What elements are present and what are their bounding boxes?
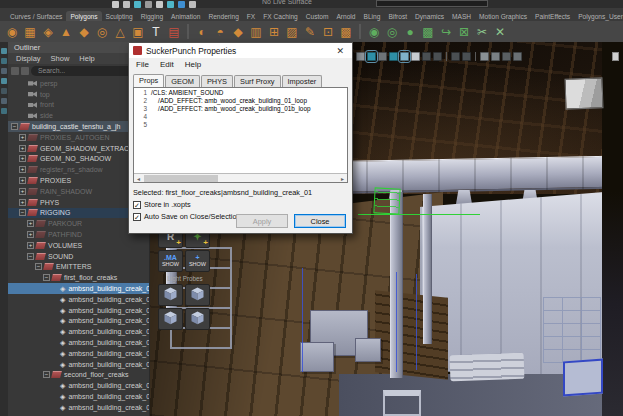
shelf-tab-painteffects[interactable]: PaintEffects [531, 11, 574, 21]
expand-icon[interactable]: + [27, 242, 34, 249]
toolbox-icon[interactable] [1, 68, 7, 74]
dialog-menu-file[interactable]: File [131, 59, 154, 70]
outliner-menu-display[interactable]: Display [16, 54, 41, 63]
separate-icon[interactable]: ▥ [248, 23, 264, 40]
expand-icon[interactable]: + [19, 134, 26, 141]
res-gate-icon[interactable] [480, 52, 489, 61]
dialog-tab-imposter[interactable]: Imposter [282, 75, 323, 87]
lighting-icon[interactable] [367, 52, 376, 61]
toolbox-icon[interactable] [1, 78, 7, 84]
outliner-item-ambsnd-building-creak-08[interactable]: ◈ambsnd_building_creak_08 [8, 359, 149, 370]
curve-warp-icon[interactable]: ↪ [438, 23, 454, 40]
dialog-menu-edit[interactable]: Edit [155, 59, 179, 70]
scrollbar-thumb[interactable] [144, 175, 218, 182]
horizontal-scrollbar[interactable]: ◂ ▸ [134, 173, 347, 182]
expand-icon[interactable]: + [19, 145, 26, 152]
wireframe-icon[interactable] [422, 52, 431, 61]
outliner-menu-help[interactable]: Help [79, 54, 94, 63]
textures-icon[interactable] [400, 52, 409, 61]
outliner-item-ambsnd-building-creak-04[interactable]: ◈ambsnd_building_creak_04 [8, 316, 149, 327]
shaded-icon[interactable] [433, 52, 442, 61]
outliner-item-ambsnd-building-creak-03[interactable]: ◈ambsnd_building_creak_03 [8, 305, 149, 316]
dialog-tab-phys[interactable]: PHYS [201, 75, 233, 87]
dialog-tab-surf-proxy[interactable]: Surf Proxy [234, 75, 281, 87]
poly-cube-icon[interactable]: ▦ [22, 23, 38, 40]
sphere-project-icon[interactable]: ◐ [194, 23, 210, 40]
checkbox[interactable]: ✓ [133, 213, 141, 221]
svg-tool-icon[interactable]: ▤ [166, 23, 182, 40]
extrude-icon[interactable]: ⊞ [266, 23, 282, 40]
shadows-icon[interactable] [378, 52, 387, 61]
status-icon[interactable] [134, 1, 141, 8]
close-button[interactable]: Close [294, 214, 346, 228]
toolbox-icon[interactable] [1, 98, 7, 104]
dialog-titlebar[interactable]: SuckerPunch Properties ✕ [129, 43, 352, 58]
expand-icon[interactable]: + [27, 231, 34, 238]
filter-options-icon[interactable] [21, 67, 29, 75]
light-probe-button[interactable] [158, 284, 183, 306]
boolean-union-icon[interactable]: ◉ [366, 23, 382, 40]
collapse-icon[interactable]: − [35, 263, 42, 270]
outliner-item-emitters[interactable]: −EMITTERS [8, 262, 149, 273]
quad-draw-icon[interactable]: ⊡ [320, 23, 336, 40]
light-probe-button[interactable] [185, 308, 210, 330]
boolean-intersect-icon[interactable]: ● [402, 23, 418, 40]
collapse-icon[interactable]: − [27, 253, 34, 260]
status-icon[interactable] [167, 1, 174, 8]
poly-sphere-icon[interactable]: ◉ [4, 23, 20, 40]
shelf-tab-motion-graphics[interactable]: Motion Graphics [475, 11, 531, 21]
close-icon[interactable]: ✕ [332, 46, 348, 56]
show-plus-button[interactable]: + SHOW [185, 250, 210, 272]
smooth-cube-icon[interactable]: ▩ [420, 23, 436, 40]
status-icon[interactable] [123, 1, 130, 8]
outliner-item-second-floor-creaks[interactable]: −second_floor_creaks [8, 370, 149, 381]
toolbox-icon[interactable] [1, 48, 7, 54]
joints-icon[interactable] [462, 52, 471, 61]
light-probe-button[interactable] [158, 308, 183, 330]
toolbox-icon[interactable] [1, 58, 7, 64]
shelf-tab-bifrost[interactable]: Bifrost [384, 11, 411, 21]
reduce-icon[interactable]: ⊠ [456, 23, 472, 40]
checkbox[interactable]: ✓ [133, 201, 141, 209]
shelf-tab-fx[interactable]: FX [243, 11, 259, 21]
outliner-item-ambsnd-building-creak-01[interactable]: ◈ambsnd_building_creak_01 [8, 380, 149, 391]
outliner-item-first-floor-creaks[interactable]: −first_floor_creaks [8, 272, 149, 283]
status-icon[interactable] [145, 1, 152, 8]
outliner-item-ambsnd-building-creak-05[interactable]: ◈ambsnd_building_creak_05 [8, 326, 149, 337]
collapse-icon[interactable]: − [43, 274, 50, 281]
collapse-icon[interactable]: − [11, 123, 18, 130]
xray-icon[interactable] [451, 52, 460, 61]
ao-icon[interactable] [389, 52, 398, 61]
shelf-tab-dynamics[interactable]: Dynamics [411, 11, 448, 21]
shelf-tab-polygons-user[interactable]: Polygons_User [574, 11, 623, 21]
dialog-tab-geom[interactable]: GEOM [165, 75, 200, 87]
status-icon[interactable] [156, 1, 163, 8]
outliner-menu-show[interactable]: Show [51, 54, 70, 63]
gate-mask-icon[interactable] [491, 52, 500, 61]
delete-tool-icon[interactable]: ✕ [492, 23, 508, 40]
poly-pipe-icon[interactable]: ▣ [130, 23, 146, 40]
sphere-wrap-icon[interactable]: ◓ [212, 23, 228, 40]
outliner-item-ambsnd-building-creak-02[interactable]: ◈ambsnd_building_creak_02 [8, 294, 149, 305]
shelf-tab-curves-surfaces[interactable]: Curves / Surfaces [6, 11, 66, 21]
show-ma-button[interactable]: .MA SHOW [158, 250, 183, 272]
shelf-tab-rigging[interactable]: Rigging [137, 11, 167, 21]
toolbox-icon[interactable] [1, 108, 7, 114]
combine-icon[interactable]: ◆ [230, 23, 246, 40]
filter-icon[interactable] [11, 67, 19, 75]
poly-torus-icon[interactable]: ◎ [94, 23, 110, 40]
collapse-icon[interactable]: − [43, 371, 50, 378]
shelf-tab-animation[interactable]: Animation [167, 11, 204, 21]
shelf-tab-sculpting[interactable]: Sculpting [102, 11, 137, 21]
outliner-item-ambsnd-building-creak-06[interactable]: ◈ambsnd_building_creak_06 [8, 337, 149, 348]
shelf-tab-bling[interactable]: BLing [360, 11, 385, 21]
type-tool-icon[interactable]: T [148, 23, 164, 40]
status-icon[interactable] [189, 1, 196, 8]
shelf-tab-mash[interactable]: MASH [448, 11, 475, 21]
poly-pyramid-icon[interactable]: △ [112, 23, 128, 40]
outliner-item-ambsnd-building-creak-02[interactable]: ◈ambsnd_building_creak_02 [8, 391, 149, 402]
sparkle-icon[interactable] [411, 52, 420, 61]
toolbox-icon[interactable] [1, 88, 7, 94]
grid-fill-icon[interactable]: ▩ [338, 23, 354, 40]
shelf-tab-fx-caching[interactable]: FX Caching [259, 11, 301, 21]
